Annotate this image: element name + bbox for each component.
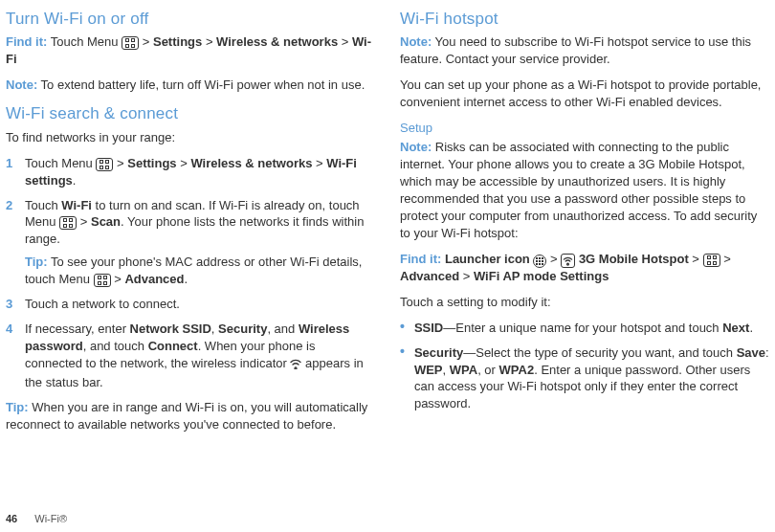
bullet-icon: • [400,344,405,413]
svg-rect-20 [539,260,541,262]
step-number: 3 [6,296,15,313]
menu-icon [59,216,77,230]
svg-rect-21 [542,260,543,262]
step-body: If necessary, enter Network SSID, Securi… [25,321,375,391]
text: —Enter a unique name for your hotspot an… [443,321,722,335]
svg-rect-23 [539,263,541,265]
find-it-line: Find it: Touch Menu > Settings > Wireles… [6,33,375,68]
text: . [185,272,188,286]
heading-turn-wifi: Turn Wi-Fi on or off [6,8,375,30]
menu-icon [703,254,720,267]
text: , [211,321,218,336]
svg-rect-27 [707,261,710,264]
svg-rect-10 [64,225,67,228]
svg-rect-1 [132,39,135,42]
launcher-icon-label: Launcher icon [445,252,530,266]
text: Risks can be associated with connecting … [400,140,757,240]
note-subscribe: Note: You need to subscribe to Wi-Fi hot… [400,33,769,68]
svg-rect-18 [542,257,543,259]
text: —Select the type of security you want, a… [463,345,736,360]
step-body: Touch Menu > Settings > Wireless & netwo… [25,155,375,189]
wifi-ap-mode-label: WiFi AP mode Settings [474,269,609,283]
text: . [73,173,77,188]
left-column: Turn Wi-Fi on or off Find it: Touch Menu… [6,6,375,442]
text: If necessary, enter [25,321,130,336]
scan-label: Scan [91,214,121,229]
connect-label: Connect [148,339,198,353]
hotspot-description: You can set up your phone as a Wi-Fi hot… [400,77,769,111]
wpa-label: WPA [450,363,477,377]
list-item: 3 Touch a network to connect. [6,296,375,313]
tip-reconnect: Tip: When you are in range and Wi-Fi is … [6,399,375,433]
settings-label: Settings [153,34,202,49]
text: , [443,363,450,377]
hotspot-icon [561,254,575,268]
svg-rect-5 [106,160,109,163]
note-label: Note: [400,34,432,49]
settings-list: • SSID—Enter a unique name for your hots… [400,320,769,413]
svg-rect-0 [126,39,129,42]
advanced-label: Advanced [124,272,184,286]
text: , and touch [83,339,148,353]
svg-rect-28 [713,261,716,264]
note-risks: Note: Risks can be associated with conne… [400,139,769,242]
step-body: Touch a network to connect. [25,296,375,313]
note-label: Note: [400,140,432,154]
find-it-label: Find it: [400,252,441,266]
text: Touch [25,198,61,212]
right-column: Wi-Fi hotspot Note: You need to subscrib… [400,6,769,442]
launcher-icon [533,255,546,268]
text: You need to subscribe to Wi-Fi hotspot s… [400,34,751,66]
section-name: Wi-Fi® [34,513,67,524]
step-number: 1 [6,155,15,189]
save-label: Save [737,345,765,360]
svg-rect-16 [536,257,538,259]
svg-rect-2 [126,45,129,48]
text: > [546,252,561,266]
tip-block: Tip: To see your phone's MAC address or … [25,254,375,288]
svg-rect-7 [106,166,109,168]
settings-label: Settings [127,156,176,170]
modify-intro: Touch a setting to modify it: [400,294,769,311]
svg-rect-15 [103,282,106,285]
wifi-icon [290,357,301,374]
list-item: • Security—Select the type of security y… [400,344,769,413]
list-item: 2 Touch Wi-Fi to turn on and scan. If Wi… [6,197,375,289]
text: To extend battery life, turn off Wi-Fi p… [37,78,365,92]
text: > [459,269,474,283]
step-number: 2 [6,197,15,289]
text: , or [477,363,498,377]
item-body: SSID—Enter a unique name for your hotspo… [414,320,769,337]
item-body: Security—Select the type of security you… [414,344,769,413]
wifi-label: Wi-Fi [61,198,92,212]
note-battery: Note: To extend battery life, turn off W… [6,77,375,94]
list-item: 4 If necessary, enter Network SSID, Secu… [6,321,375,391]
text: > [720,252,731,266]
svg-rect-25 [707,255,710,258]
intro-text: To find networks in your range: [6,129,375,146]
svg-rect-4 [100,160,103,163]
page-footer: 46Wi-Fi® [6,512,67,526]
tip-label: Tip: [6,400,29,414]
heading-hotspot: Wi-Fi hotspot [400,8,769,30]
text: > [139,34,153,49]
menu-icon [96,158,113,171]
svg-rect-14 [98,282,100,285]
text: . [749,321,753,335]
list-item: • SSID—Enter a unique name for your hots… [400,320,769,337]
svg-rect-13 [103,277,106,279]
network-ssid-label: Network SSID [130,321,211,336]
svg-rect-9 [70,219,73,222]
step-number: 4 [6,321,15,391]
security-label: Security [414,345,463,360]
svg-rect-12 [98,277,100,279]
heading-search-connect: Wi-Fi search & connect [6,102,375,124]
svg-rect-6 [100,166,103,168]
find-it-hotspot: Find it: Launcher icon > 3G Mobile Hotsp… [400,251,769,285]
menu-icon [122,36,139,50]
text: Touch Menu [47,34,122,49]
subheading-setup: Setup [400,120,769,137]
text: : [765,345,769,360]
text: > [111,272,125,286]
text: > [338,34,352,49]
